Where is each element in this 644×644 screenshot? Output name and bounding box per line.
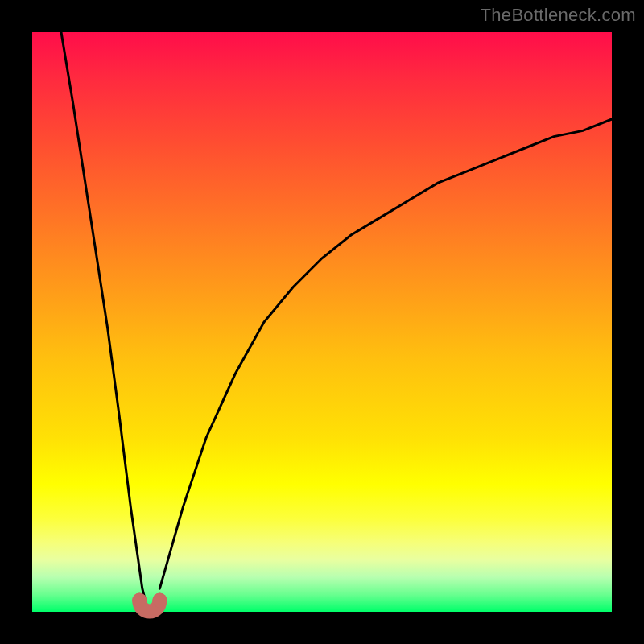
chart-plot-area	[32, 32, 612, 612]
optimum-marker-dot-left	[132, 593, 147, 608]
curve-right-branch	[159, 119, 612, 588]
chart-svg	[32, 32, 612, 612]
curve-left-branch	[61, 32, 148, 612]
optimum-marker-dot-right	[152, 593, 167, 608]
watermark-text: TheBottleneck.com	[481, 5, 636, 26]
